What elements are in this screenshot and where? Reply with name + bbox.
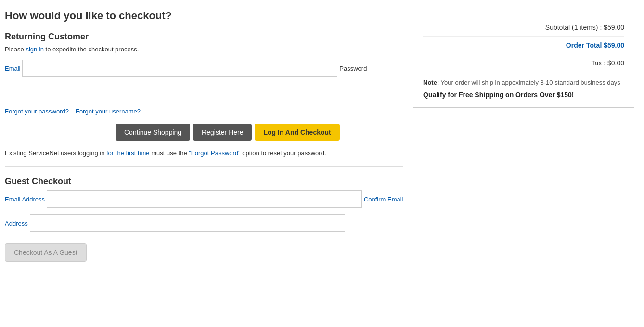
returning-customer-subtitle: Please sign in to expedite the checkout … (5, 46, 403, 53)
free-shipping-text: Qualify for Free Shipping on Orders Over… (423, 91, 624, 99)
guest-checkout-section: Guest Checkout Email Address Confirm Ema… (5, 176, 403, 262)
login-checkout-button[interactable]: Log In And Checkout (255, 124, 339, 141)
order-total-row: Order Total $59.00 (423, 37, 624, 54)
subtotal-label: Subtotal (1 items) : $59.00 (545, 24, 624, 31)
note-body: Your order will ship in appoximately 8-1… (441, 79, 620, 86)
shipping-note: Note: Your order will ship in appoximate… (423, 72, 624, 99)
email-label: Email (5, 65, 21, 72)
order-sidebar: Subtotal (1 items) : $59.00 Order Total … (413, 10, 634, 262)
forgot-password-link[interactable]: Forgot your password? (5, 108, 69, 115)
subtotal-row: Subtotal (1 items) : $59.00 (423, 19, 624, 37)
email-input[interactable] (22, 60, 337, 77)
returning-customer-section: Returning Customer Please sign in to exp… (5, 32, 403, 157)
page-title: How would you like to checkout? (5, 10, 403, 22)
note-text: Note: Your order will ship in appoximate… (423, 79, 624, 86)
password-label: Password (339, 65, 367, 72)
tax-row: Tax : $0.00 (423, 54, 624, 72)
guest-email-input[interactable] (47, 190, 362, 208)
guest-confirm-email-input[interactable] (30, 214, 345, 232)
order-total-link[interactable]: Order Total $59.00 (566, 41, 624, 49)
sign-in-link[interactable]: sign in (26, 46, 44, 53)
section-divider (5, 166, 403, 167)
order-summary-box: Subtotal (1 items) : $59.00 Order Total … (413, 10, 634, 108)
login-buttons-row: Continue Shopping Register Here Log In A… (116, 124, 403, 141)
register-button[interactable]: Register Here (193, 124, 252, 141)
forgot-links-row: Forgot your password? Forgot your userna… (5, 108, 403, 115)
main-content: How would you like to checkout? Returnin… (5, 10, 403, 262)
forgot-username-link[interactable]: Forgot your username? (76, 108, 141, 115)
servicenet-notice: Existing ServiceNet users logging in for… (5, 150, 403, 157)
guest-email-label: Email Address (5, 196, 45, 203)
note-bold: Note: (423, 79, 439, 86)
tax-label: Tax : $0.00 (592, 59, 625, 67)
continue-shopping-button[interactable]: Continue Shopping (116, 124, 190, 141)
returning-customer-title: Returning Customer (5, 32, 403, 42)
password-input[interactable] (5, 84, 320, 101)
guest-checkout-title: Guest Checkout (5, 176, 403, 187)
checkout-as-guest-button[interactable]: Checkout As A Guest (5, 243, 87, 262)
